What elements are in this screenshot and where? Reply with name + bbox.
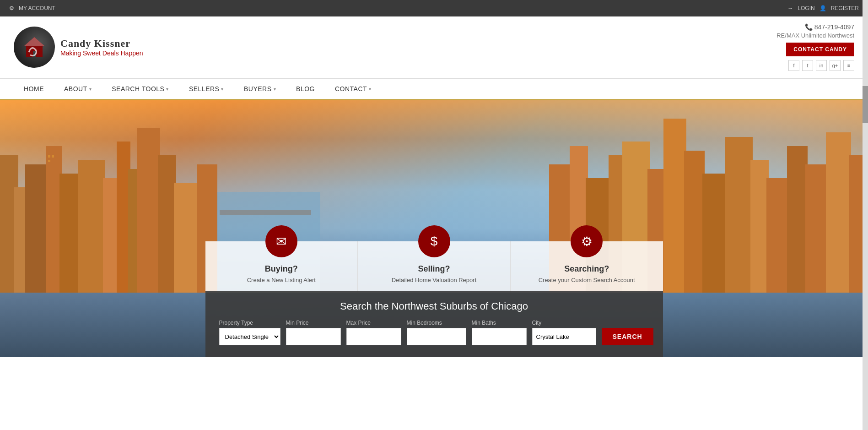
nav-search-tools[interactable]: SEARCH TOOLS ▾: [102, 78, 179, 100]
min-baths-input[interactable]: [472, 328, 527, 345]
searching-title: Searching?: [564, 264, 609, 274]
selling-card[interactable]: $ Selling? Detailed Home Valuation Repor…: [358, 241, 511, 293]
search-tools-chevron: ▾: [166, 87, 169, 92]
search-panel: Search the Northwest Suburbs of Chicago …: [205, 291, 663, 357]
city-field: City: [532, 320, 596, 345]
search-button[interactable]: SEARCH: [602, 328, 653, 345]
selling-subtitle: Detailed Home Valuation Report: [392, 277, 476, 283]
logo-circle: [14, 27, 55, 68]
min-price-input[interactable]: [286, 328, 341, 345]
min-baths-label: Min Baths: [472, 320, 527, 326]
nav-sellers[interactable]: SELLERS ▾: [179, 78, 234, 100]
searching-icon-circle: ⚙: [571, 225, 603, 257]
dollar-icon: $: [431, 234, 438, 249]
scrollbar-thumb[interactable]: [863, 86, 868, 123]
search-title: Search the Northwest Suburbs of Chicago: [219, 300, 649, 312]
top-bar: ⚙ MY ACCOUNT → LOGIN 👤 REGISTER: [0, 0, 868, 16]
social-icons: f t in g+ ≡: [776, 60, 854, 71]
buying-icon-circle: ✉: [265, 225, 297, 257]
header-phone: 📞 847-219-4097: [776, 23, 854, 31]
searching-card[interactable]: ⚙ Searching? Create your Custom Search A…: [511, 241, 663, 293]
selling-icon-circle: $: [418, 225, 450, 257]
buying-subtitle: Create a New Listing Alert: [247, 277, 316, 283]
twitter-icon[interactable]: t: [802, 60, 813, 71]
phone-icon: 📞: [805, 23, 814, 31]
login-icon: →: [787, 5, 793, 11]
header-company: RE/MAX Unlimited Northwest: [776, 32, 854, 39]
nav-contact[interactable]: CONTACT ▾: [325, 78, 382, 100]
nav-bar: HOME ABOUT ▾ SEARCH TOOLS ▾ SELLERS ▾ BU…: [0, 78, 868, 100]
logo-name: Candy Kissner: [60, 38, 143, 49]
nav-home[interactable]: HOME: [14, 78, 54, 100]
logo-svg: [22, 35, 47, 60]
max-price-input[interactable]: [346, 328, 401, 345]
search-fields: Property Type Detached Single Condo Town…: [219, 320, 649, 345]
gear-search-icon: ⚙: [581, 234, 593, 249]
hero: ✉ Buying? Create a New Listing Alert $ S…: [0, 100, 868, 357]
my-account-link[interactable]: MY ACCOUNT: [19, 5, 55, 11]
max-price-label: Max Price: [346, 320, 401, 326]
facebook-icon[interactable]: f: [788, 60, 799, 71]
svg-marker-1: [24, 37, 45, 46]
googleplus-icon[interactable]: g+: [830, 60, 841, 71]
sellers-chevron: ▾: [221, 87, 224, 92]
header: Candy Kissner Making Sweet Deals Happen …: [0, 16, 868, 78]
max-price-field: Max Price: [346, 320, 401, 345]
city-input[interactable]: [532, 328, 596, 345]
action-cards: ✉ Buying? Create a New Listing Alert $ S…: [205, 241, 663, 293]
nav-blog[interactable]: BLOG: [286, 78, 325, 100]
selling-title: Selling?: [418, 264, 450, 274]
city-label: City: [532, 320, 596, 326]
contact-chevron: ▾: [369, 87, 372, 92]
logo-text: Candy Kissner Making Sweet Deals Happen: [60, 38, 143, 57]
rss-icon[interactable]: ≡: [843, 60, 854, 71]
min-price-field: Min Price: [286, 320, 341, 345]
top-bar-left: ⚙ MY ACCOUNT: [9, 5, 55, 11]
header-right: 📞 847-219-4097 RE/MAX Unlimited Northwes…: [776, 23, 854, 71]
property-type-field: Property Type Detached Single Condo Town…: [219, 320, 280, 345]
linkedin-icon[interactable]: in: [816, 60, 827, 71]
buyers-chevron: ▾: [274, 87, 276, 92]
searching-subtitle: Create your Custom Search Account: [539, 277, 635, 283]
envelope-icon: ✉: [276, 234, 286, 249]
scrollbar[interactable]: [863, 0, 868, 357]
logo-tagline: Making Sweet Deals Happen: [60, 49, 143, 57]
logo-area: Candy Kissner Making Sweet Deals Happen: [14, 27, 143, 68]
property-type-select[interactable]: Detached Single Condo Townhouse: [219, 328, 280, 345]
property-type-label: Property Type: [219, 320, 280, 326]
register-link[interactable]: REGISTER: [831, 5, 859, 11]
min-price-label: Min Price: [286, 320, 341, 326]
min-bedrooms-label: Min Bedrooms: [407, 320, 466, 326]
min-bedrooms-field: Min Bedrooms: [407, 320, 466, 345]
buying-card[interactable]: ✉ Buying? Create a New Listing Alert: [205, 241, 358, 293]
nav-about[interactable]: ABOUT ▾: [54, 78, 102, 100]
contact-candy-button[interactable]: CONTACT CANDY: [786, 43, 854, 56]
about-chevron: ▾: [89, 87, 92, 92]
min-baths-field: Min Baths: [472, 320, 527, 345]
buying-title: Buying?: [265, 264, 298, 274]
top-bar-right: → LOGIN 👤 REGISTER: [787, 5, 859, 11]
nav-buyers[interactable]: BUYERS ▾: [234, 78, 286, 100]
user-icon: 👤: [819, 5, 826, 11]
login-link[interactable]: LOGIN: [798, 5, 814, 11]
min-bedrooms-input[interactable]: [407, 328, 466, 345]
gear-icon: ⚙: [9, 5, 14, 11]
